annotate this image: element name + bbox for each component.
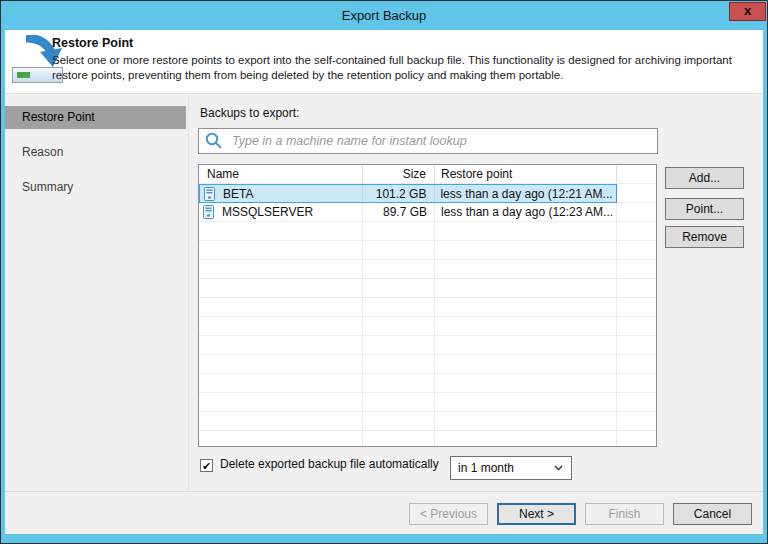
backups-to-export-label: Backups to export: xyxy=(200,106,299,120)
table-header: Name Size Restore point xyxy=(199,165,656,184)
window-title: Export Backup xyxy=(1,1,767,30)
backup-name: MSSQLSERVER xyxy=(222,205,313,219)
table-body: BETA 101.2 GB less than a day ago (12:21… xyxy=(199,184,656,446)
step-title: Restore Point xyxy=(52,36,757,50)
search-box xyxy=(198,128,658,154)
backup-name: BETA xyxy=(223,187,253,201)
search-input[interactable] xyxy=(198,128,658,154)
dialog-content: Restore Point Select one or more restore… xyxy=(5,30,763,534)
next-button[interactable]: Next > xyxy=(497,503,576,525)
column-header-restore-point[interactable]: Restore point xyxy=(435,165,617,184)
add-button[interactable]: Add... xyxy=(665,167,744,189)
table-row[interactable]: BETA 101.2 GB less than a day ago (12:21… xyxy=(199,184,617,203)
point-button[interactable]: Point... xyxy=(665,198,744,220)
footer: < Previous Next > Finish Cancel xyxy=(5,491,763,534)
close-button[interactable]: x xyxy=(729,2,766,21)
wizard-steps: Restore Point Reason Summary xyxy=(5,95,189,491)
sidebar-item-summary[interactable]: Summary xyxy=(5,176,188,199)
column-header-size[interactable]: Size xyxy=(363,165,435,184)
title-bar[interactable]: Export Backup x xyxy=(1,1,767,30)
main-pane: Backups to export: Name Size Restore poi… xyxy=(189,95,763,491)
step-description: Select one or more restore points to exp… xyxy=(52,53,757,83)
cancel-button[interactable]: Cancel xyxy=(673,503,752,525)
column-header-name[interactable]: Name xyxy=(199,165,363,184)
export-backup-dialog: Export Backup x Restore Point Select one… xyxy=(0,0,768,544)
delete-auto-label: Delete exported backup file automaticall… xyxy=(220,457,439,471)
backup-size: 89.7 GB xyxy=(363,203,435,222)
wizard-header: Restore Point Select one or more restore… xyxy=(5,30,763,94)
backup-restore-point: less than a day ago (12:23 AM... xyxy=(435,203,617,222)
chevron-down-icon xyxy=(554,465,563,471)
retention-value: in 1 month xyxy=(458,461,514,475)
sidebar-item-restore-point[interactable]: Restore Point xyxy=(5,106,186,129)
delete-auto-checkbox[interactable]: ✔ xyxy=(200,459,213,472)
sidebar-item-reason[interactable]: Reason xyxy=(5,141,188,164)
backups-table: Name Size Restore point xyxy=(198,164,657,447)
retention-select[interactable]: in 1 month xyxy=(450,456,572,480)
backup-restore-point: less than a day ago (12:21 AM... xyxy=(434,185,616,202)
vm-icon xyxy=(203,205,214,219)
remove-button[interactable]: Remove xyxy=(665,226,744,248)
vm-icon xyxy=(204,187,215,201)
table-row[interactable]: MSSQLSERVER 89.7 GB less than a day ago … xyxy=(199,203,656,222)
backup-size: 101.2 GB xyxy=(363,185,435,202)
previous-button: < Previous xyxy=(409,503,488,525)
finish-button: Finish xyxy=(585,503,664,525)
column-header-empty xyxy=(617,165,656,184)
